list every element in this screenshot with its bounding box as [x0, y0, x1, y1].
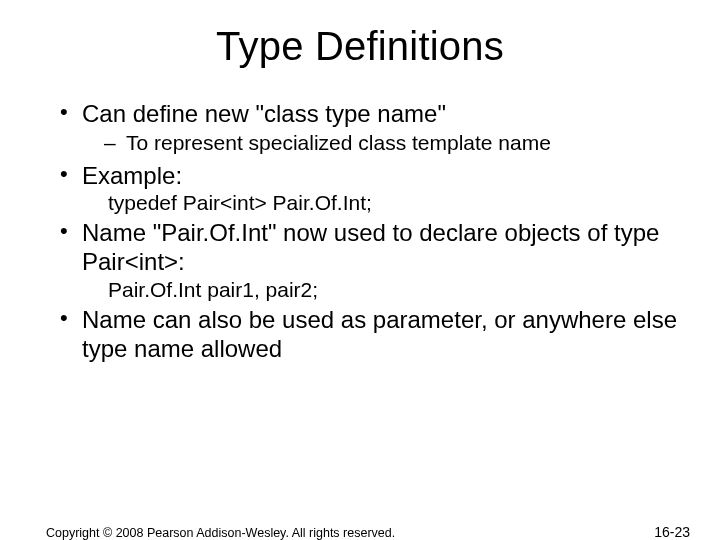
slide: Type Definitions Can define new "class t… [0, 24, 720, 540]
bullet-item: Example: typedef Pair<int> Pair.Of.Int; [56, 161, 680, 217]
slide-content: Can define new "class type name" To repr… [56, 99, 680, 363]
bullet-text: Can define new "class type name" [82, 100, 446, 127]
sub-bullet-item: To represent specialized class template … [100, 130, 680, 156]
bullet-text: Name can also be used as parameter, or a… [82, 306, 677, 362]
bullet-item: Can define new "class type name" To repr… [56, 99, 680, 157]
sub-bullet-list: To represent specialized class template … [82, 130, 680, 156]
sub-bullet-text: To represent specialized class template … [126, 131, 551, 154]
code-line: typedef Pair<int> Pair.Of.Int; [108, 190, 680, 216]
bullet-item: Name "Pair.Of.Int" now used to declare o… [56, 218, 680, 303]
footer-page-number: 16-23 [654, 524, 690, 540]
footer-copyright: Copyright © 2008 Pearson Addison-Wesley.… [46, 526, 395, 540]
bullet-text: Example: [82, 162, 182, 189]
slide-title: Type Definitions [0, 24, 720, 69]
bullet-item: Name can also be used as parameter, or a… [56, 305, 680, 364]
bullet-text: Name "Pair.Of.Int" now used to declare o… [82, 219, 659, 275]
code-line: Pair.Of.Int pair1, pair2; [108, 277, 680, 303]
bullet-list: Can define new "class type name" To repr… [56, 99, 680, 363]
